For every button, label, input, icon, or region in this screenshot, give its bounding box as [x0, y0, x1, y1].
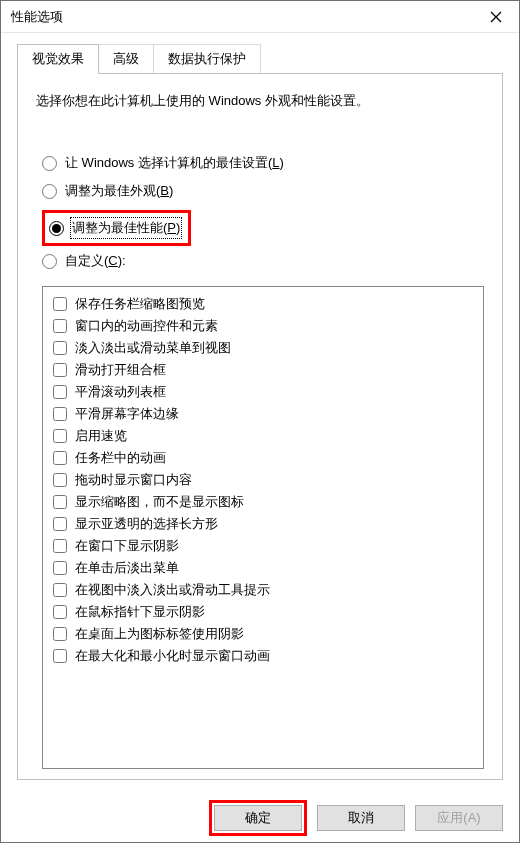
check-label: 在最大化和最小化时显示窗口动画: [75, 647, 270, 665]
radio-let-windows-choose[interactable]: 让 Windows 选择计算机的最佳设置(L): [42, 154, 484, 172]
highlighted-option: 调整为最佳性能(P): [42, 210, 191, 246]
radio-label: 调整为最佳外观(B): [65, 182, 173, 200]
list-item[interactable]: 平滑滚动列表框: [47, 381, 479, 403]
check-label: 显示亚透明的选择长方形: [75, 515, 218, 533]
checkbox-input[interactable]: [53, 561, 67, 575]
check-label: 任务栏中的动画: [75, 449, 166, 467]
radio-custom[interactable]: 自定义(C):: [42, 252, 484, 270]
list-item[interactable]: 保存任务栏缩略图预览: [47, 293, 479, 315]
radio-input[interactable]: [42, 254, 57, 269]
radio-input[interactable]: [42, 156, 57, 171]
checkbox-input[interactable]: [53, 297, 67, 311]
dialog-button-bar: 确定 取消 应用(A): [1, 794, 519, 842]
client-area: 视觉效果 高级 数据执行保护 选择你想在此计算机上使用的 Windows 外观和…: [1, 33, 519, 794]
checkbox-input[interactable]: [53, 495, 67, 509]
list-item[interactable]: 在单击后淡出菜单: [47, 557, 479, 579]
close-icon: [490, 11, 502, 23]
radio-best-performance[interactable]: 调整为最佳性能(P): [49, 219, 180, 237]
checkbox-input[interactable]: [53, 583, 67, 597]
tab-label: 高级: [113, 51, 139, 66]
check-label: 在桌面上为图标标签使用阴影: [75, 625, 244, 643]
window-title: 性能选项: [11, 8, 473, 26]
check-label: 淡入淡出或滑动菜单到视图: [75, 339, 231, 357]
title-bar: 性能选项: [1, 1, 519, 33]
list-item[interactable]: 拖动时显示窗口内容: [47, 469, 479, 491]
list-item[interactable]: 在桌面上为图标标签使用阴影: [47, 623, 479, 645]
radio-group: 让 Windows 选择计算机的最佳设置(L) 调整为最佳外观(B) 调整为最佳…: [42, 154, 484, 280]
checkbox-input[interactable]: [53, 407, 67, 421]
check-label: 窗口内的动画控件和元素: [75, 317, 218, 335]
radio-label: 自定义(C):: [65, 252, 126, 270]
visual-effects-panel: 选择你想在此计算机上使用的 Windows 外观和性能设置。 让 Windows…: [17, 73, 503, 780]
panel-description: 选择你想在此计算机上使用的 Windows 外观和性能设置。: [36, 92, 484, 110]
list-item[interactable]: 显示缩略图，而不是显示图标: [47, 491, 479, 513]
checkbox-input[interactable]: [53, 363, 67, 377]
check-label: 保存任务栏缩略图预览: [75, 295, 205, 313]
apply-button[interactable]: 应用(A): [415, 805, 503, 831]
check-label: 显示缩略图，而不是显示图标: [75, 493, 244, 511]
close-button[interactable]: [473, 1, 519, 32]
radio-best-appearance[interactable]: 调整为最佳外观(B): [42, 182, 484, 200]
list-item[interactable]: 显示亚透明的选择长方形: [47, 513, 479, 535]
tab-advanced[interactable]: 高级: [99, 44, 154, 73]
ok-button[interactable]: 确定: [214, 805, 302, 831]
radio-label: 调整为最佳性能(P): [72, 219, 180, 237]
checkbox-input[interactable]: [53, 539, 67, 553]
tab-label: 视觉效果: [32, 51, 84, 66]
effects-checklist[interactable]: 保存任务栏缩略图预览 窗口内的动画控件和元素 淡入淡出或滑动菜单到视图 滑动打开…: [42, 286, 484, 769]
list-item[interactable]: 在最大化和最小化时显示窗口动画: [47, 645, 479, 667]
checkbox-input[interactable]: [53, 319, 67, 333]
list-item[interactable]: 平滑屏幕字体边缘: [47, 403, 479, 425]
cancel-button[interactable]: 取消: [317, 805, 405, 831]
list-item[interactable]: 窗口内的动画控件和元素: [47, 315, 479, 337]
list-item[interactable]: 任务栏中的动画: [47, 447, 479, 469]
checkbox-input[interactable]: [53, 517, 67, 531]
tab-label: 数据执行保护: [168, 51, 246, 66]
check-label: 在窗口下显示阴影: [75, 537, 179, 555]
checkbox-input[interactable]: [53, 429, 67, 443]
radio-label: 让 Windows 选择计算机的最佳设置(L): [65, 154, 284, 172]
performance-options-window: 性能选项 视觉效果 高级 数据执行保护 选择你想在此计算机上使用的 Window…: [0, 0, 520, 843]
tab-dep[interactable]: 数据执行保护: [154, 44, 261, 73]
check-label: 启用速览: [75, 427, 127, 445]
list-item[interactable]: 启用速览: [47, 425, 479, 447]
radio-input[interactable]: [42, 184, 57, 199]
checkbox-input[interactable]: [53, 627, 67, 641]
checkbox-input[interactable]: [53, 451, 67, 465]
list-item[interactable]: 在鼠标指针下显示阴影: [47, 601, 479, 623]
checkbox-input[interactable]: [53, 605, 67, 619]
list-item[interactable]: 淡入淡出或滑动菜单到视图: [47, 337, 479, 359]
check-label: 在鼠标指针下显示阴影: [75, 603, 205, 621]
check-label: 平滑滚动列表框: [75, 383, 166, 401]
tab-strip: 视觉效果 高级 数据执行保护: [17, 45, 503, 73]
tab-visual-effects[interactable]: 视觉效果: [17, 44, 99, 74]
radio-input[interactable]: [49, 221, 64, 236]
check-label: 在单击后淡出菜单: [75, 559, 179, 577]
checkbox-input[interactable]: [53, 341, 67, 355]
check-label: 平滑屏幕字体边缘: [75, 405, 179, 423]
checkbox-input[interactable]: [53, 649, 67, 663]
check-label: 拖动时显示窗口内容: [75, 471, 192, 489]
highlighted-ok: 确定: [209, 800, 307, 836]
list-item[interactable]: 在窗口下显示阴影: [47, 535, 479, 557]
list-item[interactable]: 滑动打开组合框: [47, 359, 479, 381]
list-item[interactable]: 在视图中淡入淡出或滑动工具提示: [47, 579, 479, 601]
check-label: 滑动打开组合框: [75, 361, 166, 379]
checkbox-input[interactable]: [53, 473, 67, 487]
checkbox-input[interactable]: [53, 385, 67, 399]
check-label: 在视图中淡入淡出或滑动工具提示: [75, 581, 270, 599]
